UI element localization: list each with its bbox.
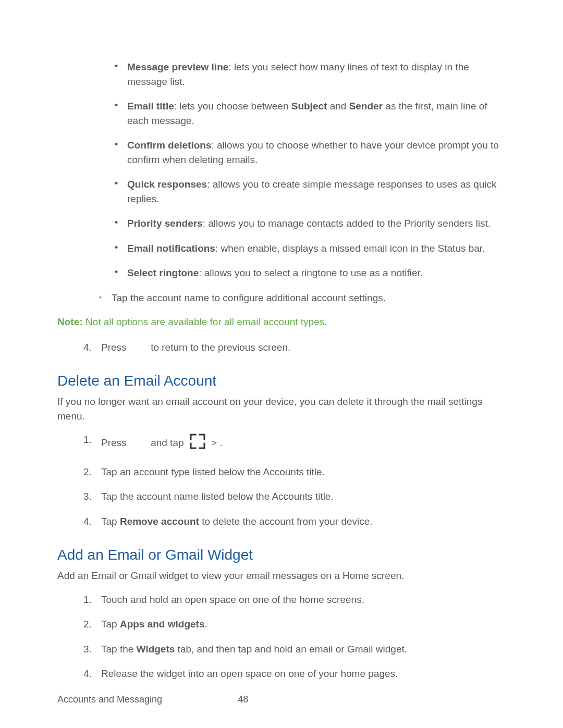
desc: : lets you choose between bbox=[174, 101, 291, 112]
section-intro: Add an Email or Gmail widget to view you… bbox=[57, 569, 506, 583]
section-title-delete: Delete an Email Account bbox=[57, 371, 506, 392]
bold-word: Subject bbox=[291, 101, 327, 112]
text: Tap an account type listed below the Acc… bbox=[101, 466, 325, 477]
list-item: Press to return to the previous screen. bbox=[83, 340, 506, 355]
page-footer: Accounts and Messaging 48 bbox=[57, 693, 248, 706]
bold-word: Remove account bbox=[120, 516, 199, 527]
text: Press bbox=[101, 342, 129, 353]
bold-word: Sender bbox=[349, 101, 383, 112]
settings-bullet-list: Message preview line: lets you select ho… bbox=[57, 60, 506, 280]
text: . bbox=[205, 619, 207, 630]
text: Tap the account name to configure additi… bbox=[112, 292, 386, 303]
desc: : allows you to select a ringtone to use… bbox=[199, 267, 423, 278]
list-item: Tap an account type listed below the Acc… bbox=[83, 465, 506, 479]
bold-word: Apps and widgets bbox=[120, 619, 205, 630]
list-item: Press and tap > . bbox=[83, 433, 506, 454]
widget-steps: Touch and hold an open space on one of t… bbox=[57, 593, 506, 681]
list-item: Tap Apps and widgets. bbox=[83, 617, 506, 632]
text: > bbox=[211, 437, 217, 448]
text: Tap bbox=[101, 516, 120, 527]
note: Note: Not all options are available for … bbox=[57, 315, 506, 329]
text: Tap bbox=[101, 619, 120, 630]
text: Tap the account name listed below the Ac… bbox=[101, 491, 334, 502]
desc: : when enable, displays a missed email i… bbox=[215, 243, 485, 254]
text: to delete the account from your device. bbox=[199, 516, 373, 527]
term: Email notifications bbox=[127, 243, 215, 254]
page-number: 48 bbox=[238, 693, 248, 706]
step-list-continued: Press to return to the previous screen. bbox=[57, 340, 506, 355]
list-item: Tap the Widgets tab, and then tap and ho… bbox=[83, 642, 506, 657]
list-item: Release the widget into an open space on… bbox=[83, 667, 506, 681]
desc: : allows you to manage contacts added to… bbox=[203, 218, 491, 229]
bold-word: Widgets bbox=[137, 644, 175, 655]
desc: and bbox=[327, 101, 349, 112]
list-item: Tap the account name to configure additi… bbox=[99, 291, 506, 305]
section-intro: If you no longer want an email account o… bbox=[57, 394, 506, 423]
list-item: Quick responses: allows you to create si… bbox=[115, 177, 506, 206]
section-title-widget: Add an Email or Gmail Widget bbox=[57, 545, 506, 566]
list-item: Select ringtone: allows you to select a … bbox=[115, 266, 506, 280]
list-item: Priority senders: allows you to manage c… bbox=[115, 216, 506, 231]
text: and tap bbox=[148, 437, 187, 448]
list-item: Message preview line: lets you select ho… bbox=[115, 60, 506, 89]
term: Confirm deletions bbox=[127, 140, 212, 151]
note-text: Not all options are available for all em… bbox=[83, 316, 327, 327]
text: . bbox=[217, 437, 223, 448]
list-item: Touch and hold an open space on one of t… bbox=[83, 593, 506, 607]
text: Release the widget into an open space on… bbox=[101, 668, 398, 679]
fullscreen-icon bbox=[189, 433, 206, 454]
text: Tap the bbox=[101, 644, 137, 655]
term: Message preview line bbox=[127, 61, 228, 72]
term: Priority senders bbox=[127, 218, 203, 229]
delete-steps: Press and tap > . Tap an account type li… bbox=[57, 433, 506, 528]
text: tab, and then tap and hold an email or G… bbox=[175, 644, 407, 655]
list-item: Confirm deletions: allows you to choose … bbox=[115, 138, 506, 167]
list-item: Tap Remove account to delete the account… bbox=[83, 514, 506, 529]
list-item: Tap the account name listed below the Ac… bbox=[83, 489, 506, 504]
footer-section: Accounts and Messaging bbox=[57, 694, 162, 705]
term: Email title bbox=[127, 101, 174, 112]
term: Quick responses bbox=[127, 179, 207, 190]
term: Select ringtone bbox=[127, 267, 199, 278]
text: Press bbox=[101, 437, 129, 448]
text: to return to the previous screen. bbox=[148, 342, 291, 353]
list-item: Email title: lets you choose between Sub… bbox=[115, 99, 506, 128]
sub-bullet-list: Tap the account name to configure additi… bbox=[57, 291, 506, 305]
list-item: Email notifications: when enable, displa… bbox=[115, 241, 506, 256]
text: Touch and hold an open space on one of t… bbox=[101, 594, 364, 605]
note-label: Note: bbox=[57, 316, 83, 327]
